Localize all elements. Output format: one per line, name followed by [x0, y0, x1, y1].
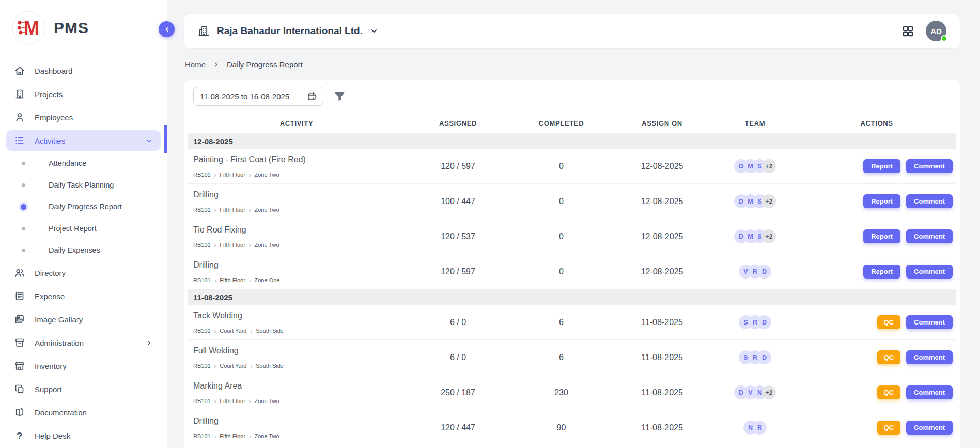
comment-button[interactable]: Comment [906, 194, 953, 208]
report-button[interactable]: Report [863, 265, 900, 279]
location-segment: Zone One [255, 277, 280, 283]
location-segment: Fifth Floor [220, 242, 245, 248]
location-segment: Fifth Floor [220, 172, 245, 178]
bullet-dot-icon [22, 227, 25, 230]
report-button[interactable]: Report [863, 194, 900, 208]
location-segment: Fifth Floor [220, 398, 245, 404]
activity-title: Drilling [193, 190, 405, 199]
app-logo: M PMS [0, 0, 167, 58]
completed-value: 90 [511, 423, 612, 432]
team-more-avatar[interactable]: +2 [762, 194, 776, 208]
chevron-right-icon: › [214, 328, 216, 334]
comment-button[interactable]: Comment [906, 315, 953, 329]
actions-cell: QCComment [798, 350, 956, 364]
team-cell: SRD [712, 350, 798, 364]
sidebar-item-administration[interactable]: Administration [6, 332, 161, 353]
activity-location-breadcrumb: RB101›Fifth Floor›Zone One [193, 277, 405, 283]
table-body: 12-08-2025Painting - First Coat (Fire Re… [188, 133, 956, 445]
filter-funnel-icon[interactable] [334, 90, 346, 102]
comment-button[interactable]: Comment [906, 159, 953, 173]
qc-button[interactable]: QC [877, 315, 901, 329]
qc-button[interactable]: QC [877, 421, 901, 435]
comment-button[interactable]: Comment [906, 229, 953, 243]
date-range-input[interactable]: 11-08-2025 to 16-08-2025 [193, 87, 323, 106]
archive-icon [13, 337, 25, 348]
sidebar-item-activities[interactable]: Activities [6, 130, 161, 151]
company-building-icon [197, 25, 210, 38]
qc-button[interactable]: QC [877, 350, 901, 364]
comment-button[interactable]: Comment [906, 421, 953, 435]
sidebar-item-inventory[interactable]: Inventory [6, 356, 161, 376]
chevron-right-icon: › [214, 172, 216, 178]
sidebar-item-dashboard[interactable]: Dashboard [6, 60, 161, 81]
comment-button[interactable]: Comment [906, 385, 953, 399]
team-cell: VRD [712, 265, 798, 279]
assigned-value: 120 / 447 [405, 423, 511, 432]
assign-on-date: 12-08-2025 [612, 267, 712, 276]
team-more-avatar[interactable]: +2 [762, 229, 776, 243]
apps-grid-icon[interactable] [901, 25, 914, 38]
activity-cell: Painting - First Coat (Fire Red)RB101›Fi… [188, 155, 405, 178]
team-member-avatar: D [757, 265, 771, 279]
app-title: PMS [54, 19, 89, 37]
chevron-right-icon [145, 338, 153, 347]
report-button[interactable]: Report [863, 229, 900, 243]
sidebar-item-employees[interactable]: Employees [6, 107, 161, 128]
sidebar-nav: DashboardProjectsEmployeesActivitiesAtte… [0, 60, 167, 448]
location-segment: Court Yard [220, 363, 246, 369]
chevron-down-icon [145, 136, 153, 145]
activity-title: Drilling [193, 416, 405, 426]
sidebar-subitem-label: Daily Expenses [49, 246, 100, 254]
sidebar-item-directory[interactable]: Directory [6, 262, 161, 283]
sidebar-item-support[interactable]: Support [6, 379, 161, 399]
chevron-right-icon: › [251, 363, 253, 369]
activity-title: Painting - First Coat (Fire Red) [193, 155, 405, 164]
sidebar-item-label: Expense [35, 292, 65, 301]
team-more-avatar[interactable]: +2 [762, 385, 776, 399]
sidebar-item-image-gallary[interactable]: Image Gallary [6, 309, 161, 330]
comment-button[interactable]: Comment [906, 350, 953, 364]
sidebar-item-documentation[interactable]: Documentation [6, 402, 161, 423]
report-button[interactable]: Report [863, 159, 900, 173]
location-segment: Court Yard [220, 328, 246, 334]
date-range-value: 11-08-2025 to 16-08-2025 [200, 92, 289, 101]
comment-button[interactable]: Comment [906, 265, 953, 279]
sidebar-item-help-desk[interactable]: ?Help Desk [6, 425, 161, 446]
chevron-right-icon: › [214, 433, 216, 439]
activity-cell: Tack WeldingRB101›Court Yard›South Side [188, 311, 405, 334]
report-card: 11-08-2025 to 16-08-2025 ACTIVITY ASSIGN… [184, 80, 960, 448]
sidebar-subitem-project-report[interactable]: Project Report [6, 219, 161, 238]
sidebar-subitem-attendance[interactable]: Attendance [6, 154, 161, 173]
sidebar-item-projects[interactable]: Projects [6, 84, 161, 104]
table-row: Full WeldingRB101›Court Yard›South Side6… [188, 340, 956, 375]
activity-title: Tie Rod Fixing [193, 225, 405, 235]
breadcrumb-home[interactable]: Home [185, 60, 206, 69]
location-segment: Zone Two [255, 398, 279, 404]
qc-button[interactable]: QC [877, 385, 901, 399]
column-header-completed: COMPLETED [511, 119, 612, 127]
sidebar-item-label: Documentation [35, 408, 87, 417]
chevron-right-icon: › [249, 277, 251, 283]
actions-cell: QCComment [798, 315, 956, 329]
chevron-right-icon: › [251, 328, 253, 334]
chevron-right-icon: › [214, 207, 216, 213]
sidebar-subitem-daily-expenses[interactable]: Daily Expenses [6, 241, 161, 259]
team-more-avatar[interactable]: +2 [762, 159, 776, 173]
sidebar-item-expense[interactable]: Expense [6, 286, 161, 306]
sidebar-subitem-label: Project Report [49, 224, 97, 233]
activity-location-breadcrumb: RB101›Court Yard›South Side [193, 328, 405, 334]
help-icon: ? [13, 431, 25, 441]
location-segment: Zone Two [255, 433, 279, 439]
sidebar-subitem-daily-task-planning[interactable]: Daily Task Planning [6, 176, 161, 194]
activity-cell: DrillingRB101›Fifth Floor›Zone Two [188, 190, 405, 213]
activity-cell: DrillingRB101›Fifth Floor›Zone Two [188, 416, 405, 439]
sidebar-collapse-button[interactable] [159, 21, 175, 37]
actions-cell: ReportComment [798, 159, 956, 173]
company-selector[interactable]: Raja Bahadur International Ltd. [197, 25, 379, 38]
sidebar-subitem-daily-progress-report[interactable]: Daily Progress Report [6, 197, 161, 216]
support-icon [13, 383, 25, 395]
breadcrumb-current: Daily Progress Report [227, 60, 303, 69]
chevron-right-icon: › [249, 207, 251, 213]
user-avatar[interactable]: AD [926, 21, 946, 41]
expense-icon [13, 290, 25, 302]
